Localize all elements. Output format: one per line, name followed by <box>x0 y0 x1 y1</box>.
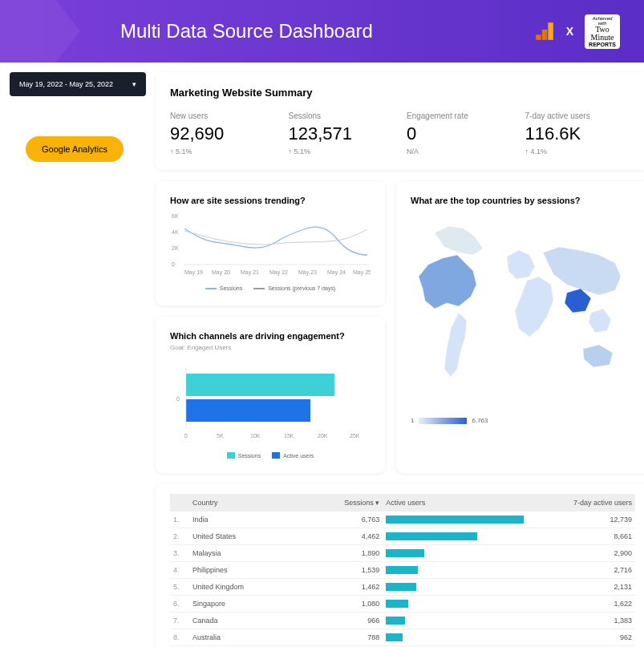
cell-7day: 12,739 <box>527 512 635 528</box>
map-card: What are the top countries by sessions? <box>396 181 644 473</box>
cell-country: United States <box>189 528 314 545</box>
row-charts: How are site sessions trending? 6K 4K 2K… <box>156 181 644 473</box>
cell-7day: 962 <box>527 629 635 646</box>
cell-7day: 2,716 <box>527 562 635 579</box>
cell-active-bar <box>383 562 527 579</box>
cell-7day: 1,622 <box>527 596 635 613</box>
svg-text:0: 0 <box>184 433 188 439</box>
cell-sessions: 4,462 <box>314 528 383 545</box>
table-row: 2. United States 4,462 8,661 <box>170 528 635 545</box>
cell-sessions: 1,462 <box>314 579 383 596</box>
svg-text:25K: 25K <box>350 433 360 439</box>
table-row: 5. United Kingdom 1,462 2,131 <box>170 579 635 596</box>
table-row: 3. Malaysia 1,890 2,900 <box>170 545 635 562</box>
th-7day[interactable]: 7-day active users <box>527 494 635 512</box>
cell-active-bar <box>383 629 527 646</box>
table-row: 8. Australia 788 962 <box>170 629 635 646</box>
cell-7day: 2,900 <box>527 545 635 562</box>
cell-country: Malaysia <box>189 545 314 562</box>
channels-title: Which channels are driving engagement? <box>170 331 371 341</box>
cell-active-bar <box>383 613 527 629</box>
google-analytics-icon <box>534 21 555 42</box>
th-sessions[interactable]: Sessions ▾ <box>314 494 383 512</box>
cell-country: Canada <box>189 613 314 629</box>
cell-sessions: 1,890 <box>314 545 383 562</box>
table-row: 6. Singapore 1,080 1,622 <box>170 596 635 613</box>
cell-sessions: 1,080 <box>314 596 383 613</box>
trend-legend: Sessions Sessions (previous 7 days) <box>170 285 371 291</box>
cell-sessions: 966 <box>314 613 383 629</box>
svg-text:May 22: May 22 <box>269 269 288 276</box>
table-row: 1. India 6,763 12,739 <box>170 512 635 528</box>
sidebar: May 19, 2022 - May 25, 2022 ▾ Google Ana… <box>10 72 146 647</box>
chevron-down-icon: ▾ <box>132 80 136 88</box>
col-left: How are site sessions trending? 6K 4K 2K… <box>156 181 385 473</box>
channels-subtitle: Goal: Engaged Users <box>170 344 371 351</box>
table-row: 7. Canada 966 1,383 <box>170 613 635 629</box>
channels-card: Which channels are driving engagement? G… <box>156 317 385 473</box>
svg-text:May 23: May 23 <box>298 269 317 276</box>
header-icons: X Achieved with Two Minute REPORTS <box>534 14 620 49</box>
content: Marketing Website Summary New users 92,6… <box>156 72 644 647</box>
trend-card: How are site sessions trending? 6K 4K 2K… <box>156 181 385 305</box>
map-gradient <box>419 418 467 424</box>
svg-text:0: 0 <box>176 396 180 402</box>
country-table: Country Sessions ▾ Active users 7-day ac… <box>170 494 635 647</box>
summary-title: Marketing Website Summary <box>170 87 635 99</box>
date-range-label: May 19, 2022 - May 25, 2022 <box>19 80 113 88</box>
svg-text:0: 0 <box>172 261 175 267</box>
world-map <box>411 208 635 409</box>
svg-rect-16 <box>186 374 334 396</box>
cell-7day: 1,383 <box>527 613 635 629</box>
svg-rect-2 <box>536 34 541 40</box>
channels-chart: 0 0 5K 10K 15K 20K 25K <box>170 359 371 447</box>
kpi-row: New users 92,690 ↑ 5.1% Sessions 123,571… <box>170 111 635 156</box>
th-active[interactable]: Active users <box>383 494 527 512</box>
channels-legend: Sessions Active users <box>170 452 371 459</box>
main-layout: May 19, 2022 - May 25, 2022 ▾ Google Ana… <box>0 63 644 647</box>
kpi-sessions: Sessions 123,571 ↑ 5.1% <box>289 111 399 156</box>
cell-country: Philippines <box>189 562 314 579</box>
map-legend: 1 6,763 <box>411 417 635 424</box>
app-header: Multi Data Source Dashboard X Achieved w… <box>0 0 644 63</box>
cell-7day: 8,661 <box>527 528 635 545</box>
cell-active-bar <box>383 596 527 613</box>
svg-text:May 24: May 24 <box>327 269 346 276</box>
cell-sessions: 6,763 <box>314 512 383 528</box>
cell-active-bar <box>383 545 527 562</box>
cell-country: Australia <box>189 629 314 646</box>
cell-sessions: 788 <box>314 629 383 646</box>
svg-text:May 25: May 25 <box>353 269 371 276</box>
th-country[interactable]: Country <box>189 494 314 512</box>
page-title: Multi Data Source Dashboard <box>120 20 534 42</box>
trend-chart: 6K 4K 2K 0 May 19 May 20 May 21 May 22 M… <box>170 208 371 281</box>
svg-text:May 19: May 19 <box>184 269 203 276</box>
summary-card: Marketing Website Summary New users 92,6… <box>156 72 644 170</box>
kpi-new-users: New users 92,690 ↑ 5.1% <box>170 111 281 156</box>
svg-text:5K: 5K <box>217 433 224 439</box>
google-analytics-button[interactable]: Google Analytics <box>26 136 124 162</box>
cell-sessions: 1,539 <box>314 562 383 579</box>
svg-text:10K: 10K <box>250 433 261 439</box>
svg-text:20K: 20K <box>318 433 328 439</box>
date-range-picker[interactable]: May 19, 2022 - May 25, 2022 ▾ <box>10 72 146 96</box>
svg-rect-17 <box>186 399 310 422</box>
svg-text:15K: 15K <box>284 433 294 439</box>
cell-active-bar <box>383 512 527 528</box>
svg-text:May 20: May 20 <box>212 269 230 276</box>
map-title: What are the top countries by sessions? <box>411 196 635 205</box>
cell-country: Singapore <box>189 596 314 613</box>
two-minute-reports-badge: Achieved with Two Minute REPORTS <box>585 14 620 49</box>
trend-title: How are site sessions trending? <box>170 196 371 205</box>
cell-active-bar <box>383 579 527 596</box>
svg-rect-0 <box>548 22 553 40</box>
cell-country: India <box>189 512 314 528</box>
cell-active-bar <box>383 528 527 545</box>
cell-7day: 2,131 <box>527 579 635 596</box>
kpi-engagement: Engagement rate 0 N/A <box>407 111 517 156</box>
svg-text:6K: 6K <box>172 213 179 219</box>
svg-text:4K: 4K <box>172 229 179 235</box>
kpi-7day-active: 7-day active users 116.6K ↑ 4.1% <box>525 111 636 156</box>
table-row: 4. Philippines 1,539 2,716 <box>170 562 635 579</box>
svg-text:2K: 2K <box>172 245 179 251</box>
